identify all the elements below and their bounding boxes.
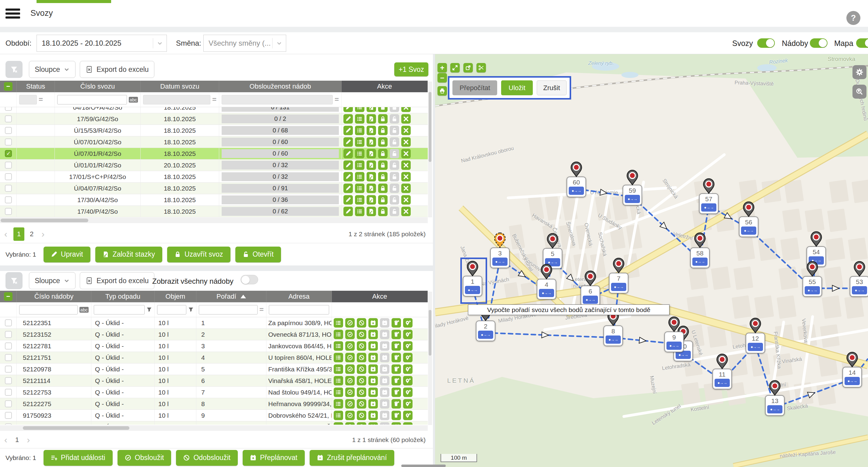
map-pin-icon[interactable] — [716, 353, 728, 369]
map-pin-icon[interactable] — [846, 352, 858, 368]
row-checkbox[interactable] — [5, 162, 12, 169]
action-3-button[interactable]: Přeplánovat — [243, 450, 305, 466]
route-from-here-button[interactable]: ●→→ — [715, 379, 730, 387]
toggle-nadoby[interactable] — [810, 38, 828, 48]
nadoby-row[interactable]: 52122351Q - Úklid -10 l1Za papírnou 308/… — [0, 317, 428, 329]
action-1-button[interactable]: Založit stazky — [95, 247, 162, 262]
scissors-button[interactable] — [476, 63, 486, 72]
row-checkbox[interactable] — [5, 127, 12, 134]
nadoby-row[interactable]: 52122275Q - Úklid -10 l8Heřmanova 99999/… — [0, 398, 428, 410]
serve-icon[interactable] — [345, 318, 355, 328]
route-from-here-button[interactable]: ●→→ — [583, 295, 598, 304]
cancel-icon[interactable] — [401, 126, 411, 135]
svozy-vertical-scrollbar[interactable] — [428, 82, 432, 217]
action-2-button[interactable]: Uzavřít svoz — [167, 247, 230, 262]
row-checkbox[interactable] — [5, 331, 12, 338]
abc-filter-icon[interactable]: abc — [129, 97, 138, 102]
nadoby-columns-button[interactable]: Sloupce — [29, 272, 75, 289]
svozy-horizontal-scrollbar[interactable] — [0, 218, 428, 223]
serve-icon[interactable] — [345, 365, 355, 374]
route-from-here-button[interactable]: ●→→ — [606, 336, 621, 344]
detail-list-icon[interactable] — [355, 172, 365, 181]
typ-filter-input[interactable] — [94, 305, 145, 314]
close-svoz-icon[interactable] — [378, 137, 388, 147]
remove-icon[interactable] — [392, 318, 401, 328]
detail-list-icon[interactable] — [334, 387, 343, 397]
edit-icon[interactable] — [343, 114, 353, 124]
edit-icon[interactable] — [343, 184, 353, 193]
svozy-row[interactable]: 17/59/G/42/So18.10.20250 / 2 — [0, 113, 428, 125]
map-pin-icon[interactable] — [749, 317, 762, 333]
toggle-svozy[interactable] — [757, 38, 775, 48]
obslouzenost-filter-input[interactable] — [222, 95, 333, 104]
serve-icon[interactable] — [345, 422, 355, 425]
show-all-toggle[interactable] — [241, 275, 258, 284]
remove-icon[interactable] — [392, 330, 401, 339]
row-checkbox[interactable] — [5, 400, 12, 407]
cancel-icon[interactable] — [401, 107, 411, 112]
map-pin-icon[interactable] — [743, 201, 755, 217]
action-0-button[interactable]: Přidat události — [43, 450, 113, 466]
row-checkbox[interactable] — [5, 196, 12, 204]
map-marker-57[interactable]: 57●→→ — [699, 193, 718, 214]
move-pin-icon[interactable] — [403, 341, 412, 351]
nadoby-prev-page[interactable]: ‹ — [4, 435, 7, 445]
create-sheet-icon[interactable] — [367, 207, 376, 216]
close-svoz-icon[interactable] — [378, 172, 388, 181]
move-pin-icon[interactable] — [403, 376, 412, 385]
edit-icon[interactable] — [343, 149, 353, 158]
move-pin-icon[interactable] — [403, 330, 412, 339]
row-checkbox[interactable] — [5, 342, 12, 349]
col-poradi[interactable]: Pořadí — [196, 291, 267, 302]
remove-icon[interactable] — [392, 353, 401, 362]
serve-icon[interactable] — [345, 353, 355, 362]
cancel-icon[interactable] — [401, 172, 411, 181]
row-checkbox[interactable] — [5, 366, 12, 373]
serve-icon[interactable] — [345, 387, 355, 397]
route-from-here-button[interactable]: ●→→ — [569, 187, 584, 195]
unserve-icon[interactable] — [357, 330, 366, 339]
remove-icon[interactable] — [392, 422, 401, 425]
route-from-here-button[interactable]: ●→→ — [666, 342, 682, 350]
unserve-icon[interactable] — [357, 422, 366, 425]
funnel-icon[interactable] — [188, 307, 194, 312]
remove-icon[interactable] — [392, 341, 401, 351]
create-sheet-icon[interactable] — [367, 126, 376, 135]
row-checkbox[interactable] — [5, 424, 12, 425]
detail-list-icon[interactable] — [334, 411, 343, 420]
unserve-icon[interactable] — [357, 353, 366, 362]
route-from-here-button[interactable]: ●→→ — [767, 405, 782, 413]
map-pin-icon[interactable] — [703, 178, 715, 194]
col-cislo-svozu[interactable]: Číslo svozu — [55, 81, 141, 92]
adresa-filter-input[interactable] — [269, 305, 329, 314]
route-from-here-button[interactable]: ●→→ — [492, 257, 507, 266]
create-sheet-icon[interactable] — [367, 195, 376, 205]
svozy-row[interactable]: 17/40/P/42/So18.10.20250 / 62 — [0, 206, 428, 217]
detail-list-icon[interactable] — [355, 195, 365, 205]
cislo-filter-input[interactable] — [57, 95, 127, 104]
chevron-down-icon[interactable] — [273, 40, 286, 46]
smena-select[interactable]: Všechny směny (... — [204, 35, 286, 52]
map-pin-icon[interactable] — [668, 316, 680, 332]
unserve-icon[interactable] — [357, 341, 366, 351]
close-svoz-icon[interactable] — [378, 160, 388, 170]
cancel-icon[interactable] — [401, 184, 411, 193]
create-sheet-icon[interactable] — [367, 172, 376, 181]
detail-list-icon[interactable] — [334, 376, 343, 385]
nadoby-horizontal-scrollbar[interactable] — [0, 425, 428, 431]
reschedule-icon[interactable] — [368, 411, 378, 420]
detail-list-icon[interactable] — [355, 126, 365, 135]
col-adresa[interactable]: Adresa — [267, 291, 332, 302]
zoom-in-button[interactable]: + — [437, 63, 447, 72]
col-datum-svozu[interactable]: Datum svozu — [141, 81, 219, 92]
route-from-here-button[interactable]: ●→→ — [539, 289, 554, 297]
map-pin-icon[interactable] — [547, 233, 559, 249]
row-checkbox[interactable] — [5, 185, 12, 192]
create-sheet-icon[interactable] — [367, 149, 376, 158]
action-1-button[interactable]: Obsloužit — [118, 450, 172, 466]
map-marker-9[interactable]: 9●→→ — [664, 332, 684, 352]
svozy-row[interactable]: Ú/01/01/R/42/So20.10.20250 / 32 — [0, 159, 428, 171]
move-pin-icon[interactable] — [403, 318, 412, 328]
serve-icon[interactable] — [345, 330, 355, 339]
row-checkbox[interactable] — [5, 319, 12, 326]
